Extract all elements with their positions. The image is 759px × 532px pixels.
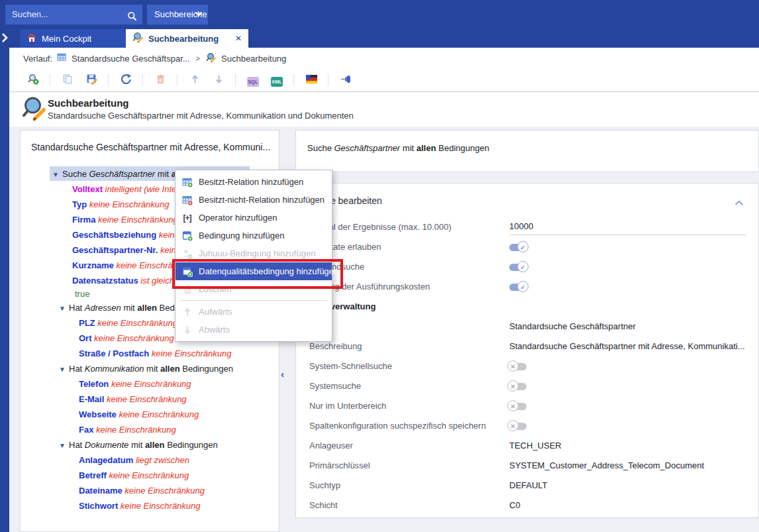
text-segment: Adressen xyxy=(85,303,121,313)
toggle-on[interactable]: ✓ xyxy=(509,244,527,251)
search-edit-icon xyxy=(206,52,217,65)
menu-item[interactable]: Besitzt-nicht-Relation hinzufügen xyxy=(176,191,332,209)
text-segment: Datensatzstatus xyxy=(72,276,138,286)
tree-node[interactable]: Telefon keine Einschränkung xyxy=(21,376,279,392)
save-button[interactable] xyxy=(84,73,99,87)
form-label: Schicht xyxy=(309,500,509,510)
tab-label: Suchbearbeitung xyxy=(148,34,219,44)
tree-node[interactable]: Anlagedatum liegt zwischen xyxy=(21,452,279,468)
tree-node[interactable]: Dateiname keine Einschränkung xyxy=(21,483,279,498)
form-row: PrimärschlüsselSYSTEM_Customer_Address_T… xyxy=(309,455,746,475)
pin-button[interactable] xyxy=(338,73,353,87)
table-icon xyxy=(57,52,67,64)
text-segment: keine Einschränkung xyxy=(149,348,231,358)
chevron-up-icon[interactable] xyxy=(734,197,744,209)
tree-node[interactable]: Webseite keine Einschränkung xyxy=(21,407,279,422)
form-row: Suchverwaltung xyxy=(309,296,746,316)
text-segment: Geschäftsbeziehung xyxy=(72,230,156,240)
toggle-off[interactable]: ✕ xyxy=(509,383,527,390)
menu-item-label: Operator hinzufügen xyxy=(199,213,278,223)
search-edit-icon xyxy=(132,32,144,45)
search-input[interactable]: Suchen... xyxy=(5,5,142,25)
tab-label: Mein Cockpit xyxy=(42,34,91,44)
expand-arrow-icon[interactable]: ▼ xyxy=(59,362,69,377)
close-icon[interactable]: ✕ xyxy=(235,34,242,43)
menu-item-label: Besitzt-Relation hinzufügen xyxy=(199,177,303,187)
breadcrumb-item[interactable]: Suchbearbeitung xyxy=(221,54,286,64)
form-value: Standardsuche Geschäftspartner xyxy=(509,321,746,331)
text-segment: Webseite xyxy=(79,409,117,419)
search-areas-button[interactable]: Suchbereiche xyxy=(147,5,208,25)
toggle-off[interactable]: ✕ xyxy=(509,403,527,410)
expand-arrow-icon[interactable]: ▼ xyxy=(52,167,62,182)
save-icon xyxy=(86,74,97,87)
tree-node[interactable]: Straße / Postfach keine Einschränkung xyxy=(21,346,279,361)
text-segment: Dateiname xyxy=(79,486,123,496)
left-edge-strip xyxy=(0,29,9,532)
toggle-knob: ✕ xyxy=(507,400,519,411)
tree-panel-title: Standardsuche Geschäftspartner mit Adres… xyxy=(31,142,270,152)
juhuuu-condition-icon xyxy=(181,248,193,259)
tree-node[interactable]: ▼Hat Kommunikation mit allen Bedingungen xyxy=(21,361,279,376)
language-button[interactable] xyxy=(304,73,319,87)
relation-add-icon xyxy=(181,176,193,187)
text-segment: Hat xyxy=(69,303,85,313)
text-segment: ist gleich xyxy=(138,276,174,286)
execute-search-button[interactable] xyxy=(26,73,40,87)
form-value: DEFAULT xyxy=(509,480,746,490)
text-segment: keine Einschränkung xyxy=(109,379,191,389)
text-segment: E-Mail xyxy=(79,394,104,404)
arrow-up-icon xyxy=(189,74,201,87)
tab-mein-cockpit[interactable]: Mein Cockpit xyxy=(20,29,126,48)
search-edit-panel: Suche bearbeiten Anzahl der Ergebnisse (… xyxy=(295,183,759,518)
menu-item[interactable]: Besitzt-Relation hinzufügen xyxy=(176,173,332,191)
form-value: TECH_USER xyxy=(509,441,746,451)
text-segment: keine Einschränkung xyxy=(95,215,177,225)
copy-button xyxy=(60,73,75,87)
form-input[interactable]: 10000 xyxy=(509,221,746,235)
tree-node[interactable]: E-Mail keine Einschränkung xyxy=(21,392,279,407)
tree-node[interactable]: Betreff keine Einschränkung xyxy=(21,468,279,483)
chevron-down-icon xyxy=(195,11,203,17)
form-row: Verbundsuche✓ xyxy=(309,256,746,276)
sidebar-expand-chevron[interactable] xyxy=(1,32,9,44)
menu-item[interactable]: Datenqualitätsbedingung hinzufügen xyxy=(176,262,332,280)
tree-node[interactable]: ▼Hat Dokumente mit allen Bedingungen xyxy=(21,437,279,452)
refresh-button[interactable] xyxy=(119,73,133,87)
text-segment: allen xyxy=(137,303,157,313)
text-segment: Suche xyxy=(307,143,334,153)
menu-item: Aufwärts xyxy=(176,303,332,321)
expand-arrow-icon[interactable]: ▼ xyxy=(59,301,69,316)
form-label: Spaltenkonfiguration suchspezifisch spei… xyxy=(309,421,509,431)
splitter-collapse-chevron[interactable]: ‹ xyxy=(281,368,284,380)
xml-button[interactable]: XML xyxy=(270,73,284,87)
toggle-on[interactable]: ✓ xyxy=(509,284,527,291)
form-row: BeschreibungStandardsuche Geschäftspartn… xyxy=(309,336,746,356)
magnifier-icon[interactable] xyxy=(127,9,137,28)
app-window: Suchen... Suchbereiche Mein Cockpit Such… xyxy=(0,0,759,532)
search-summary-panel: Suche Geschäftspartner mit allen Bedingu… xyxy=(295,130,759,172)
toggle-off[interactable]: ✕ xyxy=(509,363,527,370)
menu-item[interactable]: [+]Operator hinzufügen xyxy=(176,209,332,227)
toggle-off[interactable]: ✕ xyxy=(509,423,527,430)
sql-button[interactable]: SQL xyxy=(246,73,260,87)
text-segment: Hat xyxy=(69,364,85,374)
text-segment: Ort xyxy=(79,333,92,343)
menu-item[interactable]: Bedingung hinzufügen xyxy=(176,227,332,244)
text-segment: Geschäftspartner xyxy=(334,143,400,153)
text-segment: keine Einschränkung xyxy=(118,501,200,511)
expand-arrow-icon[interactable]: ▼ xyxy=(59,438,69,453)
text-segment: Stichwort xyxy=(79,501,118,511)
breadcrumb-item[interactable]: Standardsuche Geschäftspar... xyxy=(72,54,190,64)
german-flag-icon xyxy=(306,74,317,86)
text-segment: liegt zwischen xyxy=(133,455,189,465)
toggle-knob: ✓ xyxy=(517,281,529,292)
tree-node[interactable]: Fax keine Einschränkung xyxy=(21,422,279,437)
tab-suchbearbeitung[interactable]: Suchbearbeitung ✕ xyxy=(126,29,248,48)
tree-node[interactable]: Stichwort keine Einschränkung xyxy=(21,498,279,513)
toggle-on[interactable]: ✓ xyxy=(509,264,527,271)
menu-item-label: Aufwärts xyxy=(199,307,232,317)
trash-icon xyxy=(155,74,166,87)
search-run-icon xyxy=(28,74,39,87)
toggle-knob: ✕ xyxy=(507,360,519,372)
